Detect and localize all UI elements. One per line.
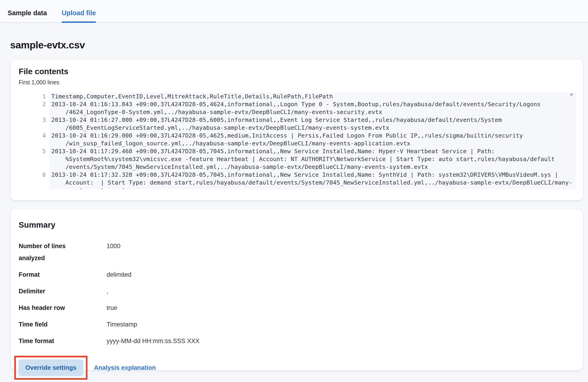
tab-upload-file[interactable]: Upload file — [62, 9, 96, 23]
code-line-text: 2013-10-24 01:16:29.000 +09:00,37L4247D2… — [49, 132, 576, 147]
summary-label: Time format — [19, 335, 106, 347]
summary-row: Delimiter, — [19, 283, 578, 299]
override-settings-button[interactable]: Override settings — [19, 360, 83, 376]
code-line-number: 5 — [32, 147, 49, 171]
code-line-text: 2013-10-24 01:16:27.000 +09:00,37L4247D2… — [49, 116, 576, 132]
summary-label: Delimiter — [19, 285, 106, 297]
code-line: 62013-10-24 01:17:32.328 +09:00,37L4247D… — [32, 171, 576, 189]
code-line: 42013-10-24 01:16:29.000 +09:00,37L4247D… — [32, 132, 576, 147]
file-contents-subtitle: First 1,000 lines — [19, 79, 578, 86]
page-body: sample-evtx.csv File contents First 1,00… — [0, 39, 588, 370]
summary-row: Time fieldTimestamp — [19, 316, 578, 333]
summary-row: Formatdelimited — [19, 266, 578, 283]
code-line: 52013-10-24 01:17:29.468 +09:00,37L4247D… — [32, 147, 576, 171]
code-line: 22013-10-24 01:16:13.843 +09:00,37L4247D… — [32, 100, 576, 116]
page-title: sample-evtx.csv — [10, 39, 583, 51]
code-line-text: Timestamp,Computer,EventID,Level,MitreAt… — [49, 92, 576, 100]
code-line-number: 2 — [32, 100, 49, 116]
summary-value: Timestamp — [106, 318, 578, 330]
summary-value: true — [106, 302, 578, 314]
summary-row: Time formatyyyy-MM-dd HH:mm:ss.SSS XXX — [19, 333, 578, 349]
code-line-number: 4 — [32, 132, 49, 147]
code-line-text: 2013-10-24 01:17:32.328 +09:00,37L4247D2… — [49, 171, 576, 189]
tab-bar: Sample data Upload file — [0, 0, 588, 23]
code-line-number: 1 — [32, 92, 49, 100]
summary-row: Number of lines analyzed1000 — [19, 238, 578, 266]
code-line: 32013-10-24 01:16:27.000 +09:00,37L4247D… — [32, 116, 576, 132]
summary-card: Summary Number of lines analyzed1000Form… — [11, 209, 583, 370]
analysis-explanation-link[interactable]: Analysis explanation — [94, 364, 156, 371]
summary-value: delimited — [106, 269, 578, 281]
file-contents-card: File contents First 1,000 lines 1Timesta… — [11, 59, 583, 200]
code-block[interactable]: 1Timestamp,Computer,EventID,Level,MitreA… — [32, 91, 576, 189]
code-line-text: 2013-10-24 01:16:13.843 +09:00,37L4247D2… — [49, 100, 576, 116]
summary-row: Has header rowtrue — [19, 299, 578, 316]
summary-label: Number of lines analyzed — [19, 240, 106, 264]
summary-label: Has header row — [19, 302, 106, 314]
summary-value: 1000 — [106, 240, 578, 264]
code-line-number: 6 — [32, 171, 49, 189]
code-line-text: 2013-10-24 01:17:29.468 +09:00,37L4247D2… — [49, 147, 576, 171]
code-line: 1Timestamp,Computer,EventID,Level,MitreA… — [32, 92, 576, 100]
summary-value: , — [106, 285, 578, 297]
summary-actions-row: Override settings Analysis explanation — [19, 356, 578, 380]
annotation-highlight-box: Override settings — [14, 356, 87, 380]
summary-list: Number of lines analyzed1000Formatdelimi… — [19, 238, 578, 349]
scrollbar-indicator-dot[interactable] — [570, 93, 573, 96]
code-line-number: 3 — [32, 116, 49, 132]
summary-label: Time field — [19, 318, 106, 330]
summary-label: Format — [19, 269, 106, 281]
summary-value: yyyy-MM-dd HH:mm:ss.SSS XXX — [106, 335, 578, 347]
file-contents-heading: File contents — [19, 66, 578, 76]
summary-heading: Summary — [19, 220, 578, 230]
tab-sample-data[interactable]: Sample data — [8, 9, 47, 23]
